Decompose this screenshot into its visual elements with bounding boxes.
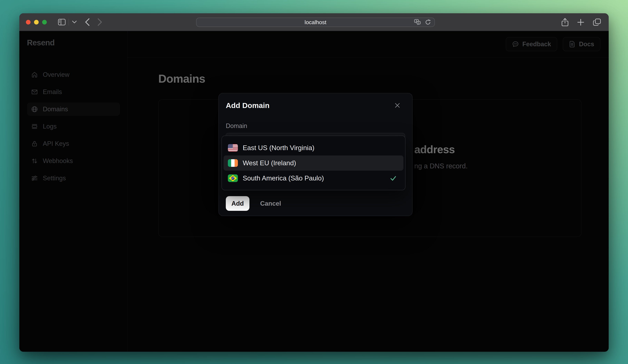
selected-check-icon bbox=[389, 174, 397, 182]
translate-icon[interactable]: A 文 bbox=[414, 19, 421, 25]
close-icon[interactable] bbox=[393, 102, 401, 109]
url-text: localhost bbox=[305, 19, 326, 26]
region-option-label: South America (São Paulo) bbox=[243, 175, 324, 182]
address-bar[interactable]: localhost A 文 bbox=[196, 18, 435, 27]
region-option-east-us[interactable]: East US (North Virginia) bbox=[224, 140, 403, 155]
browser-window: localhost A 文 bbox=[19, 13, 609, 352]
sidebar-toggle-icon[interactable] bbox=[58, 19, 66, 26]
new-tab-icon[interactable] bbox=[577, 18, 584, 26]
traffic-lights bbox=[26, 20, 47, 24]
address-bar-icons: A 文 bbox=[414, 18, 431, 27]
us-flag bbox=[228, 144, 238, 152]
domain-field-label: Domain bbox=[226, 122, 247, 129]
ireland-flag bbox=[228, 159, 238, 167]
region-option-label: East US (North Virginia) bbox=[243, 144, 314, 152]
region-option-west-eu[interactable]: West EU (Ireland) bbox=[224, 155, 403, 171]
region-option-south-america[interactable]: South America (São Paulo) bbox=[224, 171, 403, 186]
svg-text:文: 文 bbox=[418, 22, 420, 24]
back-icon[interactable] bbox=[85, 18, 90, 26]
minimize-window-button[interactable] bbox=[34, 20, 39, 24]
browser-toolbar: localhost A 文 bbox=[19, 13, 609, 31]
brazil-flag bbox=[228, 175, 238, 182]
add-button[interactable]: Add bbox=[226, 196, 249, 211]
modal-title: Add Domain bbox=[226, 101, 269, 110]
share-icon[interactable] bbox=[561, 18, 569, 27]
forward-icon[interactable] bbox=[97, 18, 102, 26]
toolbar-divider bbox=[69, 19, 69, 26]
region-option-label: West EU (Ireland) bbox=[243, 159, 296, 167]
tab-overview-icon[interactable] bbox=[593, 18, 601, 26]
chevron-down-icon[interactable] bbox=[72, 20, 77, 24]
reload-icon[interactable] bbox=[425, 19, 431, 26]
region-dropdown: East US (North Virginia) West EU (Irelan… bbox=[222, 136, 405, 190]
toolbar-right-icons bbox=[561, 13, 601, 31]
zoom-window-button[interactable] bbox=[42, 20, 47, 24]
close-window-button[interactable] bbox=[26, 20, 31, 24]
app-content: Resend Overview bbox=[19, 31, 609, 352]
cancel-button[interactable]: Cancel bbox=[255, 196, 286, 211]
